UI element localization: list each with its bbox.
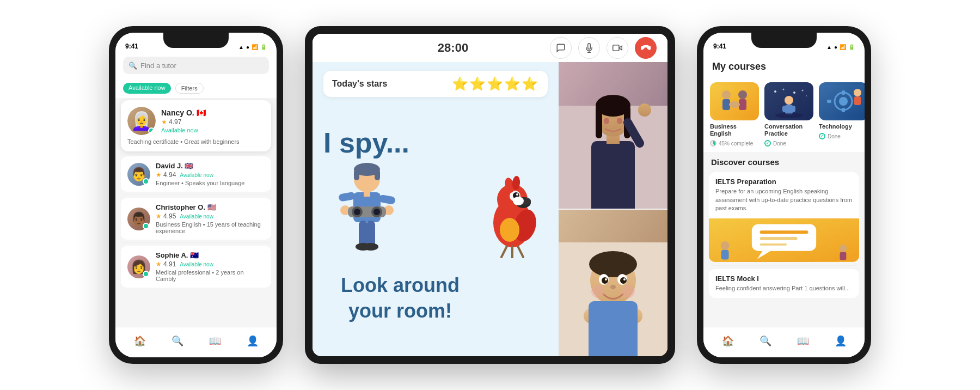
svg-point-78 [785,96,793,105]
svg-point-60 [610,285,616,289]
svg-point-85 [839,97,848,106]
svg-rect-91 [854,96,861,105]
search-icon: 🔍 [759,335,771,347]
status-time: 9:41 [125,42,138,50]
svg-point-47 [617,118,622,124]
lesson-area: Today's stars ⭐⭐⭐⭐⭐ I spy... [313,62,559,356]
parrot-svg [477,171,548,258]
svg-rect-81 [791,106,795,112]
svg-point-46 [604,118,609,124]
svg-point-25 [500,218,519,242]
search-icon: 🔍 [171,335,183,347]
nav-home[interactable]: 🏠 [134,335,146,347]
tutor-status: Available now [161,127,265,133]
course-thumbnail [819,82,865,120]
divider [711,265,857,266]
nav-profile[interactable]: 👤 [247,335,259,347]
end-call-button[interactable] [635,37,657,59]
svg-point-62 [622,285,635,298]
nav-library[interactable]: 📖 [209,335,221,347]
svg-rect-40 [591,141,635,209]
course-thumbnail [764,82,813,120]
card-content: IELTS Mock I Feeling confident answering… [709,269,859,298]
course-card-tech[interactable]: Technology ✓ Done [819,82,865,147]
svg-point-90 [854,89,861,96]
search-input[interactable]: 🔍 Find a tutor [123,57,269,74]
mic-button[interactable] [578,37,600,59]
tutor-card-small[interactable]: 👩 Sophie A. 🇦🇺 ★ 4.91 Available now [121,246,271,288]
tutor-card-small[interactable]: 👨🏾 Christopher O. 🇺🇸 ★ 4.95 Available n [121,198,271,240]
tutor-rating: ★ 4.97 [161,118,265,126]
phone-courses: 9:41 ▲ ● 📶 🔋 My courses [697,26,871,364]
svg-point-58 [605,278,607,281]
nav-search[interactable]: 🔍 [171,335,183,347]
svg-rect-7 [375,169,380,180]
online-indicator [143,223,149,229]
discover-card-ielts-prep[interactable]: IELTS Preparation Prepare for an upcomin… [709,172,859,261]
course-card-cp[interactable]: Conversation Practice ✓ Done [764,82,813,147]
course-thumbnail [710,82,759,120]
svg-rect-86 [842,90,845,95]
svg-rect-100 [840,252,847,260]
svg-marker-2 [619,46,622,50]
nav-home[interactable]: 🏠 [722,335,734,347]
svg-rect-88 [827,100,831,103]
online-indicator [148,127,155,134]
svg-point-18 [373,209,380,215]
book-icon: 📖 [209,335,221,347]
status-icons: ▲ ● 📶 🔋 [238,44,267,50]
svg-point-73 [774,90,776,93]
filters-badge[interactable]: Filters [175,83,204,94]
lesson-main: I spy... [323,103,548,348]
svg-rect-44 [596,106,602,138]
online-indicator [143,271,149,277]
divider [123,242,269,243]
cp-illustration [767,85,811,118]
nav-library[interactable]: 📖 [797,335,809,347]
filter-badges: Available now Filters [115,80,277,98]
svg-point-56 [602,277,608,284]
tutor-details: Christopher O. 🇺🇸 ★ 4.95 Available now B… [156,203,265,234]
student-portrait [559,210,667,356]
svg-rect-94 [760,230,808,234]
camera-button[interactable] [607,37,628,59]
courses-header: My courses [703,52,865,77]
discover-title: Discover courses [711,157,857,167]
svg-rect-6 [354,169,359,180]
profile-icon: 👤 [835,335,847,347]
my-courses-scroll: Business English 45% complete [703,77,865,152]
svg-point-31 [516,193,518,196]
progress-indicator: ✓ [764,140,771,147]
discover-header: Discover courses [703,152,865,170]
tutor-card-featured[interactable]: 👩‍🦳 Nancy O. 🇨🇦 ★ 4.97 [121,100,271,151]
nav-profile[interactable]: 👤 [835,335,847,347]
tutor-rating: ★ 4.91 Available now [156,260,265,268]
nav-search[interactable]: 🔍 [759,335,771,347]
available-badge[interactable]: Available now [123,83,171,94]
tutor-card-small[interactable]: 👨 David J. 🇬🇧 ★ 4.94 Available now [121,156,271,192]
tutor-name: Sophie A. 🇦🇺 [156,251,265,259]
chat-button[interactable] [550,37,572,59]
discover-card-ielts-mock[interactable]: IELTS Mock I Feeling confident answering… [709,269,859,298]
course-card-be[interactable]: Business English 45% complete [710,82,759,147]
spy-title: I spy... [323,127,409,159]
search-icon: 🔍 [128,62,137,70]
svg-point-32 [513,197,524,205]
tutor-rating: ★ 4.94 Available now [156,171,244,179]
home-icon: 🏠 [722,335,734,347]
svg-rect-95 [760,237,798,240]
tutor-list: 👩‍🦳 Nancy O. 🇨🇦 ★ 4.97 [115,98,277,327]
teacher-portrait [559,62,667,209]
svg-rect-80 [782,106,787,112]
avatar: 👨🏾 [127,208,150,230]
search-placeholder: Find a tutor [140,62,176,70]
avatar: 👨 [127,163,150,186]
profile-icon: 👤 [247,335,259,347]
progress-indicator [710,140,716,147]
phone-notch [163,33,229,48]
session-timer: 28:00 [438,41,468,55]
card-desc: Prepare for an upcoming English speaking… [715,187,853,212]
svg-point-57 [620,277,627,284]
be-illustration [713,85,756,118]
card-image [709,218,859,262]
